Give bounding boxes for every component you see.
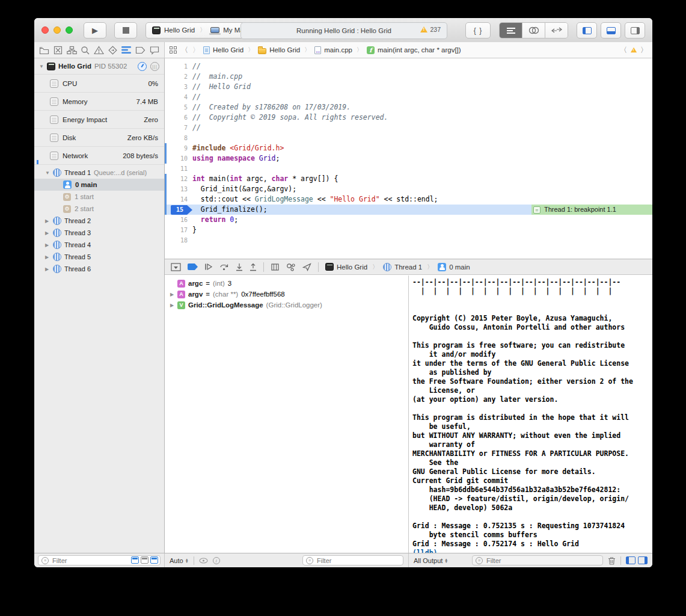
print-description-button[interactable]: i — [213, 557, 220, 564]
project-navigator-icon[interactable] — [39, 46, 49, 55]
gutter[interactable]: 16 — [165, 215, 192, 225]
jump-bar-item[interactable]: Hello Grid — [203, 46, 243, 54]
disclosure-triangle-icon[interactable]: ▼ — [45, 170, 50, 176]
line-number[interactable]: 18 — [165, 235, 192, 245]
line-number[interactable]: 13 — [165, 184, 192, 194]
jump-bar-item[interactable]: main.cpp — [314, 46, 352, 54]
clear-console-button[interactable] — [608, 556, 616, 565]
gutter[interactable]: 12 — [165, 174, 192, 184]
view-mode-icon[interactable]: ||| — [150, 62, 159, 71]
minimize-button[interactable] — [54, 26, 61, 34]
variables-filter-input[interactable] — [316, 556, 400, 565]
console-output[interactable]: --|--|--|--|--|--|--|--|--|--|--|--|--|-… — [409, 276, 652, 553]
toggle-inspectors-button[interactable] — [625, 22, 645, 38]
run-button[interactable]: ▶ — [84, 22, 106, 38]
disclosure-triangle-icon[interactable]: ▶ — [45, 266, 50, 272]
console-output-selector[interactable]: All Output ▲▼ — [414, 557, 448, 564]
next-issue-button[interactable]: 〉 — [640, 45, 648, 55]
disclosure-triangle-icon[interactable]: ▶ — [170, 303, 174, 308]
debug-navigator-icon[interactable] — [121, 46, 132, 54]
debug-bar-crumb[interactable]: Thread 1 — [383, 263, 422, 271]
variable-scope-selector[interactable]: Auto ▲▼ — [170, 557, 189, 564]
line-number[interactable]: 10 — [165, 153, 192, 164]
view-queues-button-icon[interactable] — [141, 556, 149, 564]
gutter[interactable]: 15 — [165, 205, 192, 215]
console-filter-field[interactable]: ≡ — [472, 555, 603, 565]
simulate-location-icon[interactable] — [302, 263, 311, 271]
gutter[interactable]: 18 — [165, 235, 192, 245]
jump-bar-item[interactable]: main(int argc, char * argv[]) — [367, 46, 461, 54]
show-variables-view-button[interactable] — [626, 556, 635, 564]
disclosure-triangle-icon[interactable]: ▼ — [39, 64, 44, 69]
version-editor-button[interactable] — [545, 23, 568, 38]
variable-row[interactable]: Aargc=(int)3 — [165, 278, 408, 289]
step-over-icon[interactable] — [219, 263, 229, 271]
toggle-debug-area-button[interactable] — [601, 22, 621, 38]
hide-debug-area-icon[interactable] — [171, 263, 181, 271]
line-number[interactable]: 14 — [165, 194, 192, 205]
quicklook-button[interactable] — [199, 558, 208, 564]
source-control-navigator-icon[interactable] — [54, 46, 63, 55]
gutter[interactable]: 14 — [165, 194, 192, 205]
thread-row[interactable]: ▶Thread 3 — [34, 227, 164, 239]
gauge-row-energy-impact[interactable]: Energy ImpactZero — [34, 110, 164, 128]
warning-count-badge[interactable]: 237 — [420, 26, 441, 33]
stack-frame-row[interactable]: 0 main — [34, 179, 164, 191]
gutter[interactable]: 7 — [165, 123, 192, 133]
line-number[interactable]: 3 — [165, 82, 192, 92]
stack-frame-row[interactable]: 2 start — [34, 203, 164, 215]
debug-bar-crumb[interactable]: 0 main — [438, 263, 470, 271]
debug-bar-crumb[interactable]: Hello Grid — [325, 263, 367, 271]
stack-frame-row[interactable]: 1 start — [34, 191, 164, 203]
gutter[interactable]: 3 — [165, 82, 192, 92]
line-number[interactable]: 4 — [165, 92, 192, 102]
thread-row[interactable]: ▼Thread 1Queue:...d (serial) — [34, 167, 164, 179]
stop-button[interactable] — [114, 22, 137, 38]
line-number[interactable]: 6 — [165, 112, 192, 123]
symbol-navigator-icon[interactable] — [67, 46, 77, 55]
navigator-filter-field[interactable]: ≡ — [38, 555, 161, 565]
test-navigator-icon[interactable] — [108, 46, 117, 55]
gutter[interactable]: 1 — [165, 61, 192, 72]
breakpoint-marker[interactable]: 15 — [171, 205, 192, 215]
gutter[interactable]: 9 — [165, 143, 192, 153]
breakpoints-toggle-icon[interactable] — [188, 263, 198, 270]
disclosure-triangle-icon[interactable]: ▶ — [45, 254, 50, 260]
continue-icon[interactable] — [204, 263, 213, 271]
disclosure-triangle-icon[interactable]: ▶ — [45, 218, 50, 224]
gutter[interactable]: 10 — [165, 153, 192, 164]
view-debugger-icon[interactable] — [271, 263, 280, 271]
gauge-row-disk[interactable]: DiskZero KB/s — [34, 128, 164, 146]
previous-issue-button[interactable]: 〈 — [620, 45, 627, 55]
source-editor[interactable]: 1//2// main.cpp3// Hello Grid4//5// Crea… — [165, 58, 652, 259]
show-console-button[interactable] — [638, 556, 648, 564]
library-button[interactable]: { } — [465, 22, 491, 38]
navigator-filter-input[interactable] — [51, 556, 131, 565]
line-number[interactable]: 12 — [165, 174, 192, 184]
gutter[interactable]: 6 — [165, 112, 192, 123]
line-number[interactable]: 9 — [165, 143, 192, 153]
gauge-row-cpu[interactable]: CPU0% — [34, 74, 164, 92]
variables-view[interactable]: Aargc=(int)3▶Aargv=(char **)0x7ffeefbff5… — [165, 276, 409, 553]
console-filter-input[interactable] — [485, 556, 599, 565]
gutter[interactable]: 17 — [165, 225, 192, 235]
line-number[interactable]: 7 — [165, 123, 192, 133]
thread-row[interactable]: ▶Thread 2 — [34, 215, 164, 227]
thread-row[interactable]: ▶Thread 4 — [34, 239, 164, 251]
variables-filter-field[interactable]: ≡ — [302, 555, 403, 565]
variable-row[interactable]: ▶VGrid::GridLogMessage(Grid::GridLogger) — [165, 300, 408, 310]
view-performance-button-icon[interactable] — [131, 556, 139, 564]
gutter[interactable]: 13 — [165, 184, 192, 194]
breakpoint-navigator-icon[interactable] — [135, 46, 145, 54]
gutter[interactable]: 8 — [165, 133, 192, 143]
line-number[interactable]: 17 — [165, 225, 192, 235]
close-button[interactable] — [41, 26, 49, 34]
gutter[interactable]: 11 — [165, 164, 192, 174]
gauge-row-network[interactable]: Network208 bytes/s — [34, 146, 164, 164]
issue-navigator-icon[interactable] — [94, 46, 104, 55]
step-out-icon[interactable] — [250, 263, 257, 271]
thread-row[interactable]: ▶Thread 5 — [34, 251, 164, 263]
line-number[interactable]: 1 — [165, 61, 192, 72]
find-navigator-icon[interactable] — [81, 46, 90, 55]
report-navigator-icon[interactable] — [150, 46, 159, 55]
